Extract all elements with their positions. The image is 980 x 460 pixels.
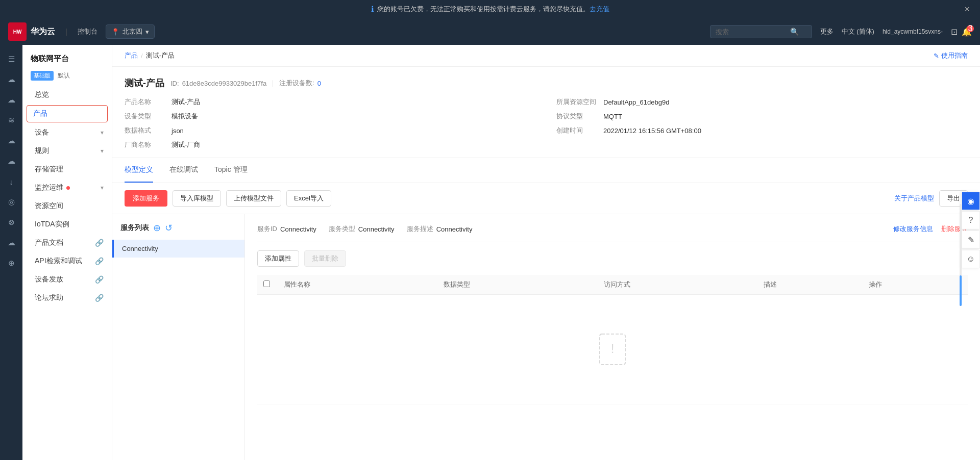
sidebar-item-overview[interactable]: 总览 [22,86,112,104]
device-arrow-icon: ▾ [101,129,104,136]
svg-text:!: ! [611,342,615,355]
add-attr-button[interactable]: 添加属性 [257,250,299,267]
console-label[interactable]: 控制台 [78,27,97,36]
search-box[interactable]: 🔍 [710,25,812,38]
circle-icon: ◉ [967,196,974,206]
about-model-link[interactable]: 关于产品模型 [894,194,934,203]
id-label: ID: [170,80,179,87]
add-service-button[interactable]: 添加服务 [125,190,167,207]
resource-label: 资源空间 [35,201,63,211]
excel-import-button[interactable]: Excel导入 [286,190,331,207]
cloud-icon-1[interactable]: ☁ [2,70,20,89]
plan-default: 默认 [58,71,70,80]
region-selector[interactable]: 📍 北京四 ▾ [106,24,155,39]
select-all-checkbox[interactable] [263,280,270,287]
breadcrumb-actions: ✎ 使用指南 [934,51,968,60]
close-circle-icon[interactable]: ⊗ [2,213,20,232]
cloud-icon-2[interactable]: ☁ [2,91,20,109]
lang-selector[interactable]: 中文 (简体) [842,27,874,36]
breadcrumb-current: 测试-产品 [146,51,175,60]
reg-label: 注册设备数: [279,79,314,88]
add-service-icon-button[interactable]: ⊕ [153,222,161,234]
sidebar-item-forum[interactable]: 论坛求助 🔗 [22,289,112,307]
attr-table: 属性名称 数据类型 访问方式 描述 [257,275,968,404]
float-button-emoji[interactable]: ☺ [962,250,980,268]
cloud-icon-4[interactable]: ☁ [2,152,20,170]
sidebar-item-device-provision[interactable]: 设备发放 🔗 [22,270,112,289]
upload-model-button[interactable]: 上传模型文件 [226,190,281,207]
sidebar-item-api[interactable]: API检索和调试 🔗 [22,252,112,270]
recharge-link[interactable]: 去充值 [590,5,609,14]
sidebar-item-rule[interactable]: 规则 ▾ [22,142,112,160]
notification-close-button[interactable]: × [964,4,970,15]
monitor-label: 监控运维 [35,183,63,192]
storage-label: 存储管理 [35,165,63,174]
platform-title: 物联网平台 [31,54,69,64]
service-type-label: 服务类型 [329,224,355,234]
target-icon[interactable]: ◎ [2,193,20,211]
sidebar: ☰ ☁ ☁ ≋ ☁ ☁ ↓ ◎ ⊗ ☁ ⊕ 物联网平台 基础版 默认 [0,45,112,460]
breadcrumb-parent[interactable]: 产品 [125,51,138,60]
user-menu[interactable]: hid_aycwmbf15svxns- [883,28,943,35]
notification-message: 您的账号已欠费，无法正常购买和使用按需计费云服务，请您尽快充值。 [377,5,590,14]
detail-value-resource: DefaultApp_61debg9d [603,98,669,106]
refresh-service-icon-button[interactable]: ↺ [165,222,173,234]
table-header-data-type: 数据类型 [437,275,597,295]
tab-online-debug[interactable]: 在线调试 [169,158,198,183]
float-button-edit[interactable]: ✎ [962,231,980,249]
attr-toolbar: 添加属性 批量删除 [257,250,968,267]
sidebar-item-iotda[interactable]: IoTDA实例 [22,215,112,234]
product-title-row: 测试-产品 ID: 61de8e3cde9933029be1f7fa ｜ 注册设… [125,77,968,89]
sidebar-toggle-icon[interactable]: ☰ [2,50,20,68]
edit-service-link[interactable]: 修改服务信息 [893,224,933,234]
product-meta: ID: 61de8e3cde9933029be1f7fa ｜ 注册设备数: 0 [170,79,321,88]
search-input[interactable] [716,28,787,36]
sidebar-item-product-docs[interactable]: 产品文档 🔗 [22,234,112,252]
service-list-item-connectivity[interactable]: Connectivity [112,240,244,258]
rule-label: 规则 [35,146,49,156]
use-guide-button[interactable]: ✎ 使用指南 [934,51,968,60]
use-guide-label: 使用指南 [941,51,968,60]
more-label[interactable]: 更多 [820,27,834,36]
detail-label-create-time: 创建时间 [556,126,597,135]
product-header: 测试-产品 ID: 61de8e3cde9933029be1f7fa ｜ 注册设… [112,67,980,158]
header-divider: | [65,28,67,36]
sidebar-item-resource[interactable]: 资源空间 [22,197,112,215]
float-button-help[interactable]: ? [962,211,980,229]
smile-icon: ☺ [967,254,975,264]
grid-icon[interactable]: ≋ [2,111,20,130]
location-icon: 📍 [111,28,119,36]
sidebar-item-storage[interactable]: 存储管理 [22,160,112,178]
external-link-icon-api: 🔗 [95,257,104,265]
download-icon[interactable]: ↓ [2,172,20,191]
table-header-checkbox [257,275,278,295]
external-link-icon-docs: 🔗 [95,239,104,247]
service-id-label: 服务ID [257,224,277,234]
tab-topic-management[interactable]: Topic 管理 [214,158,248,183]
sidebar-item-product[interactable]: 产品 [27,105,108,122]
tab-model-definition[interactable]: 模型定义 [125,158,153,183]
notification-button[interactable]: 🔔 3 [962,27,972,37]
region-label: 北京四 [122,27,142,36]
service-id-info: 服务ID Connectivity [257,224,316,234]
sidebar-item-monitor[interactable]: 监控运维 ▾ [22,178,112,197]
scroll-indicator [960,204,962,306]
product-details: 产品名称 测试-产品 所属资源空间 DefaultApp_61debg9d 设备… [125,97,968,149]
service-desc-value: Connectivity [436,225,473,233]
product-docs-label: 产品文档 [35,238,63,247]
globe-icon[interactable]: ⊕ [2,254,20,272]
table-header-operation: 操作 [863,275,968,295]
import-model-button[interactable]: 导入库模型 [173,190,221,207]
cloud-icon-5[interactable]: ☁ [2,234,20,252]
table-header-description: 描述 [757,275,863,295]
detail-resource-space: 所属资源空间 DefaultApp_61debg9d [556,97,968,107]
sidebar-item-device[interactable]: 设备 ▾ [22,123,112,142]
monitor-arrow-icon: ▾ [101,184,104,191]
service-actions: 修改服务信息 删除服务 [893,224,968,234]
cloud-icon-3[interactable]: ☁ [2,132,20,150]
huawei-logo-icon: HW [8,22,27,41]
id-value: 61de8e3cde9933029be1f7fa [182,80,267,87]
device-provision-label: 设备发放 [35,275,63,284]
monitor-icon[interactable]: ⊡ [951,27,958,37]
float-button-1[interactable]: ◉ [962,192,980,210]
